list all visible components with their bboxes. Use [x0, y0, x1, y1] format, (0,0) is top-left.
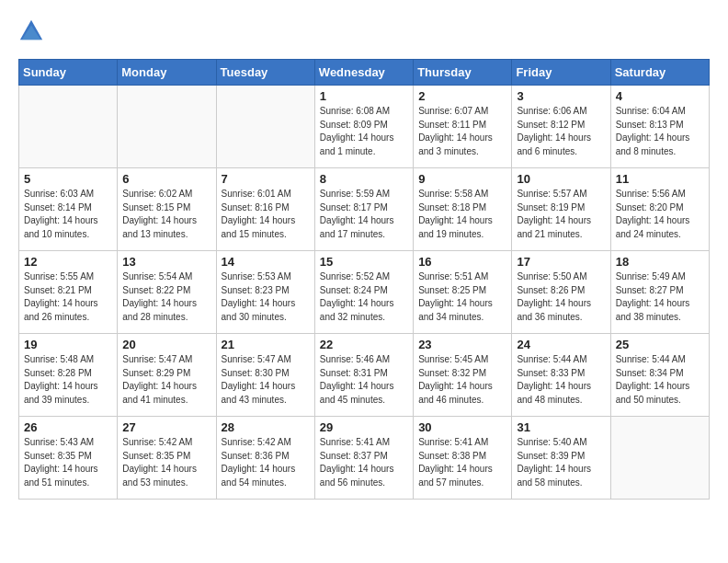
weekday-header-wednesday: Wednesday — [314, 60, 413, 86]
day-info: Sunrise: 5:54 AM Sunset: 8:22 PM Dayligh… — [122, 270, 210, 324]
day-info: Sunrise: 6:01 AM Sunset: 8:16 PM Dayligh… — [222, 188, 310, 241]
day-number: 18 — [616, 255, 704, 269]
calendar-cell — [19, 86, 118, 168]
day-info: Sunrise: 5:42 AM Sunset: 8:35 PM Dayligh… — [122, 436, 210, 489]
day-info: Sunrise: 6:06 AM Sunset: 8:12 PM Dayligh… — [517, 105, 605, 158]
day-number: 8 — [320, 172, 408, 186]
calendar-week-row: 5Sunrise: 6:03 AM Sunset: 8:14 PM Daylig… — [19, 168, 710, 251]
calendar-cell: 10Sunrise: 5:57 AM Sunset: 8:19 PM Dayli… — [512, 168, 610, 251]
calendar-cell: 28Sunrise: 5:42 AM Sunset: 8:36 PM Dayli… — [216, 417, 314, 500]
calendar-cell: 30Sunrise: 5:41 AM Sunset: 8:38 PM Dayli… — [414, 417, 512, 500]
day-info: Sunrise: 5:40 AM Sunset: 8:39 PM Dayligh… — [517, 436, 605, 489]
weekday-header-tuesday: Tuesday — [216, 60, 314, 86]
day-info: Sunrise: 5:44 AM Sunset: 8:34 PM Dayligh… — [616, 353, 704, 407]
day-info: Sunrise: 6:02 AM Sunset: 8:15 PM Dayligh… — [122, 188, 210, 241]
day-number: 26 — [24, 420, 112, 434]
day-info: Sunrise: 6:03 AM Sunset: 8:14 PM Dayligh… — [24, 188, 112, 241]
day-info: Sunrise: 6:04 AM Sunset: 8:13 PM Dayligh… — [616, 105, 704, 158]
calendar-week-row: 19Sunrise: 5:48 AM Sunset: 8:28 PM Dayli… — [19, 334, 710, 417]
calendar-cell: 15Sunrise: 5:52 AM Sunset: 8:24 PM Dayli… — [314, 251, 413, 334]
day-number: 13 — [122, 255, 210, 269]
calendar-cell: 23Sunrise: 5:45 AM Sunset: 8:32 PM Dayli… — [414, 334, 512, 417]
day-info: Sunrise: 5:58 AM Sunset: 8:18 PM Dayligh… — [418, 188, 506, 241]
day-number: 16 — [418, 255, 506, 269]
calendar-cell — [610, 417, 709, 500]
day-number: 5 — [24, 172, 112, 186]
calendar-cell: 22Sunrise: 5:46 AM Sunset: 8:31 PM Dayli… — [314, 334, 413, 417]
day-info: Sunrise: 5:49 AM Sunset: 8:27 PM Dayligh… — [616, 270, 704, 324]
day-info: Sunrise: 5:41 AM Sunset: 8:38 PM Dayligh… — [418, 436, 506, 489]
day-number: 27 — [122, 420, 210, 434]
day-info: Sunrise: 5:48 AM Sunset: 8:28 PM Dayligh… — [24, 353, 112, 407]
weekday-header-friday: Friday — [512, 60, 610, 86]
day-info: Sunrise: 5:53 AM Sunset: 8:23 PM Dayligh… — [222, 270, 310, 324]
calendar-cell: 17Sunrise: 5:50 AM Sunset: 8:26 PM Dayli… — [512, 251, 610, 334]
calendar-cell: 18Sunrise: 5:49 AM Sunset: 8:27 PM Dayli… — [610, 251, 709, 334]
calendar-cell: 4Sunrise: 6:04 AM Sunset: 8:13 PM Daylig… — [610, 86, 709, 168]
calendar-week-row: 1Sunrise: 6:08 AM Sunset: 8:09 PM Daylig… — [19, 86, 710, 168]
day-info: Sunrise: 5:47 AM Sunset: 8:30 PM Dayligh… — [222, 353, 310, 407]
day-number: 24 — [517, 338, 605, 351]
calendar-cell: 13Sunrise: 5:54 AM Sunset: 8:22 PM Dayli… — [118, 251, 216, 334]
day-number: 1 — [320, 89, 408, 103]
weekday-header-row: SundayMondayTuesdayWednesdayThursdayFrid… — [19, 60, 710, 86]
day-info: Sunrise: 5:45 AM Sunset: 8:32 PM Dayligh… — [418, 353, 506, 407]
day-number: 21 — [222, 338, 310, 351]
day-number: 19 — [24, 338, 112, 351]
calendar-cell: 8Sunrise: 5:59 AM Sunset: 8:17 PM Daylig… — [314, 168, 413, 251]
day-number: 30 — [418, 420, 506, 434]
calendar-cell: 9Sunrise: 5:58 AM Sunset: 8:18 PM Daylig… — [414, 168, 512, 251]
day-number: 6 — [122, 172, 210, 186]
calendar-cell: 27Sunrise: 5:42 AM Sunset: 8:35 PM Dayli… — [118, 417, 216, 500]
day-info: Sunrise: 5:55 AM Sunset: 8:21 PM Dayligh… — [24, 270, 112, 324]
calendar-cell: 1Sunrise: 6:08 AM Sunset: 8:09 PM Daylig… — [314, 86, 413, 168]
calendar-cell — [118, 86, 216, 168]
day-number: 14 — [222, 255, 310, 269]
day-info: Sunrise: 5:59 AM Sunset: 8:17 PM Dayligh… — [320, 188, 408, 241]
calendar-cell: 14Sunrise: 5:53 AM Sunset: 8:23 PM Dayli… — [216, 251, 314, 334]
calendar-cell: 29Sunrise: 5:41 AM Sunset: 8:37 PM Dayli… — [314, 417, 413, 500]
day-info: Sunrise: 5:44 AM Sunset: 8:33 PM Dayligh… — [517, 353, 605, 407]
day-info: Sunrise: 5:41 AM Sunset: 8:37 PM Dayligh… — [320, 436, 408, 489]
day-number: 4 — [616, 89, 704, 103]
calendar-cell: 6Sunrise: 6:02 AM Sunset: 8:15 PM Daylig… — [118, 168, 216, 251]
calendar-week-row: 26Sunrise: 5:43 AM Sunset: 8:35 PM Dayli… — [19, 417, 710, 500]
calendar-cell: 31Sunrise: 5:40 AM Sunset: 8:39 PM Dayli… — [512, 417, 610, 500]
day-number: 22 — [320, 338, 408, 351]
calendar-cell: 2Sunrise: 6:07 AM Sunset: 8:11 PM Daylig… — [414, 86, 512, 168]
calendar-cell: 12Sunrise: 5:55 AM Sunset: 8:21 PM Dayli… — [19, 251, 118, 334]
weekday-header-sunday: Sunday — [19, 60, 118, 86]
weekday-header-thursday: Thursday — [414, 60, 512, 86]
day-info: Sunrise: 6:08 AM Sunset: 8:09 PM Dayligh… — [320, 105, 408, 158]
day-info: Sunrise: 5:57 AM Sunset: 8:19 PM Dayligh… — [517, 188, 605, 241]
calendar-cell: 24Sunrise: 5:44 AM Sunset: 8:33 PM Dayli… — [512, 334, 610, 417]
calendar-cell: 11Sunrise: 5:56 AM Sunset: 8:20 PM Dayli… — [610, 168, 709, 251]
day-number: 31 — [517, 420, 605, 434]
calendar-cell: 3Sunrise: 6:06 AM Sunset: 8:12 PM Daylig… — [512, 86, 610, 168]
day-number: 25 — [616, 338, 704, 351]
calendar-table: SundayMondayTuesdayWednesdayThursdayFrid… — [18, 59, 710, 500]
day-info: Sunrise: 5:52 AM Sunset: 8:24 PM Dayligh… — [320, 270, 408, 324]
day-info: Sunrise: 5:46 AM Sunset: 8:31 PM Dayligh… — [320, 353, 408, 407]
page-header — [18, 18, 710, 44]
day-number: 3 — [517, 89, 605, 103]
day-number: 15 — [320, 255, 408, 269]
calendar-week-row: 12Sunrise: 5:55 AM Sunset: 8:21 PM Dayli… — [19, 251, 710, 334]
day-info: Sunrise: 5:51 AM Sunset: 8:25 PM Dayligh… — [418, 270, 506, 324]
day-number: 12 — [24, 255, 112, 269]
day-number: 11 — [616, 172, 704, 186]
calendar-cell: 19Sunrise: 5:48 AM Sunset: 8:28 PM Dayli… — [19, 334, 118, 417]
calendar-cell: 26Sunrise: 5:43 AM Sunset: 8:35 PM Dayli… — [19, 417, 118, 500]
calendar-cell: 21Sunrise: 5:47 AM Sunset: 8:30 PM Dayli… — [216, 334, 314, 417]
logo-icon — [18, 18, 44, 44]
logo — [18, 18, 48, 44]
calendar-cell: 5Sunrise: 6:03 AM Sunset: 8:14 PM Daylig… — [19, 168, 118, 251]
day-number: 28 — [222, 420, 310, 434]
day-info: Sunrise: 5:43 AM Sunset: 8:35 PM Dayligh… — [24, 436, 112, 489]
day-number: 2 — [418, 89, 506, 103]
calendar-cell — [216, 86, 314, 168]
day-number: 17 — [517, 255, 605, 269]
calendar-cell: 20Sunrise: 5:47 AM Sunset: 8:29 PM Dayli… — [118, 334, 216, 417]
calendar-cell: 16Sunrise: 5:51 AM Sunset: 8:25 PM Dayli… — [414, 251, 512, 334]
weekday-header-saturday: Saturday — [610, 60, 709, 86]
